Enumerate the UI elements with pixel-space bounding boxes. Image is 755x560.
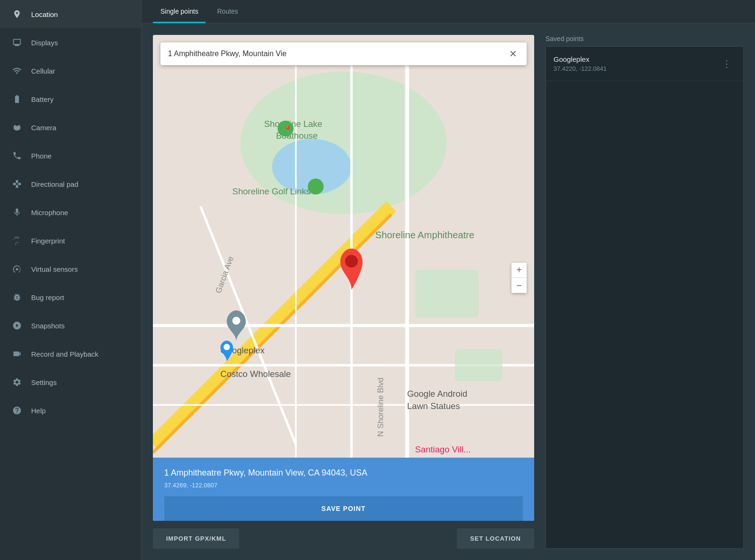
import-gpx-kml-button[interactable]: IMPORT GPX/KML [153,528,239,549]
sidebar-item-bug-report-label: Bug report [31,293,64,301]
sidebar-item-battery[interactable]: Battery [0,85,141,113]
svg-text:Google Android: Google Android [407,389,468,399]
tab-single-points[interactable]: Single points [153,0,206,23]
sidebar-item-location-label: Location [31,10,58,18]
sidebar-item-cellular[interactable]: Cellular [0,57,141,85]
clear-search-button[interactable]: ✕ [507,48,519,59]
saved-point-item[interactable]: Googleplex 37.4220, -122.0841 ⋮ [546,47,743,81]
search-input[interactable] [168,50,507,58]
camera-icon [11,122,23,133]
svg-text:Santiago Vill...: Santiago Vill... [415,444,471,454]
location-info-overlay: 1 Amphitheatre Pkwy, Mountain View, CA 9… [153,458,534,521]
saved-point-coords: 37.4220, -122.0841 [554,65,718,72]
svg-point-31 [345,255,358,267]
bottom-buttons: IMPORT GPX/KML SET LOCATION [153,528,534,549]
saved-points-panel: Saved points Googleplex 37.4220, -122.08… [545,35,744,549]
sidebar-item-phone[interactable]: Phone [0,142,141,170]
sidebar-item-camera-label: Camera [31,124,56,132]
main-content: Single points Routes ✕ [142,0,755,560]
sidebar-item-fingerprint[interactable]: Fingerprint [0,226,141,255]
battery-icon [11,93,23,105]
microphone-icon [11,207,23,218]
map-visual[interactable]: Shoreline Lake Boathouse Shoreline Golf … [153,35,534,521]
settings-icon [11,376,23,388]
sidebar-item-settings-label: Settings [31,378,57,386]
sidebar-item-help[interactable]: Help [0,396,141,425]
sidebar-item-record-playback-label: Record and Playback [31,350,99,358]
sidebar-item-displays[interactable]: Displays [0,28,141,57]
search-bar: ✕ [160,42,527,65]
svg-text:📍: 📍 [283,125,293,135]
saved-points-title: Saved points [545,35,744,42]
sidebar-item-microphone-label: Microphone [31,209,68,217]
svg-point-29 [308,179,324,195]
sidebar-item-microphone[interactable]: Microphone [0,198,141,226]
sidebar-item-cellular-label: Cellular [31,67,55,75]
zoom-out-button[interactable]: − [512,278,527,293]
sidebar-item-fingerprint-label: Fingerprint [31,237,65,245]
svg-rect-13 [415,270,479,318]
sidebar-item-location[interactable]: Location [0,0,141,28]
set-location-button[interactable]: SET LOCATION [457,528,534,549]
svg-text:N Shoreline Blvd: N Shoreline Blvd [376,377,385,436]
svg-text:Shoreline Amphitheatre: Shoreline Amphitheatre [375,230,474,240]
sidebar-item-displays-label: Displays [31,39,58,47]
sidebar-item-settings[interactable]: Settings [0,368,141,396]
zoom-controls: + − [512,263,527,293]
tab-routes[interactable]: Routes [210,0,245,23]
saved-point-name: Googleplex [554,55,718,63]
dpad-icon [11,178,23,190]
location-icon [11,8,23,20]
map-card: ✕ [153,35,534,521]
map-section: ✕ [153,35,534,549]
fingerprint-icon [11,235,23,246]
phone-icon [11,150,23,161]
zoom-in-button[interactable]: + [512,263,527,278]
svg-rect-14 [455,350,503,381]
sidebar-item-snapshots[interactable]: Snapshots [0,311,141,340]
help-icon [11,405,23,416]
bug-icon [11,292,23,303]
sidebar-item-camera[interactable]: Camera [0,113,141,142]
sidebar-item-battery-label: Battery [31,95,54,103]
location-coords: 37.4269, -122.0807 [164,482,523,489]
saved-point-info: Googleplex 37.4220, -122.0841 [554,55,718,72]
sidebar-item-bug-report[interactable]: Bug report [0,283,141,311]
sidebar-item-record-playback[interactable]: Record and Playback [0,340,141,368]
sidebar-item-directional-pad[interactable]: Directional pad [0,170,141,198]
sidebar-item-help-label: Help [31,407,46,415]
svg-text:Costco Wholesale: Costco Wholesale [220,369,291,379]
save-point-button[interactable]: SAVE POINT [164,496,523,521]
svg-text:Shoreline Golf Links: Shoreline Golf Links [232,186,310,196]
cellular-icon [11,65,23,76]
svg-text:Lawn Statues: Lawn Statues [407,401,460,411]
sidebar-item-snapshots-label: Snapshots [31,322,65,330]
content-area: ✕ [142,24,755,560]
saved-point-menu-button[interactable]: ⋮ [718,56,736,71]
tab-bar: Single points Routes [142,0,755,24]
sidebar-item-virtual-sensors[interactable]: Virtual sensors [0,255,141,283]
sidebar-item-virtual-sensors-label: Virtual sensors [31,265,78,273]
virtual-sensors-icon [11,263,23,275]
svg-point-32 [224,344,230,350]
snapshots-icon [11,320,23,331]
saved-points-list: Googleplex 37.4220, -122.0841 ⋮ [545,46,744,549]
sidebar: Location Displays Cellular Battery [0,0,142,560]
svg-point-0 [16,268,18,270]
location-address: 1 Amphitheatre Pkwy, Mountain View, CA 9… [164,467,523,479]
sidebar-item-dpad-label: Directional pad [31,180,78,188]
sidebar-item-phone-label: Phone [31,152,51,160]
record-icon [11,348,23,359]
displays-icon [11,37,23,48]
svg-point-30 [232,317,240,325]
